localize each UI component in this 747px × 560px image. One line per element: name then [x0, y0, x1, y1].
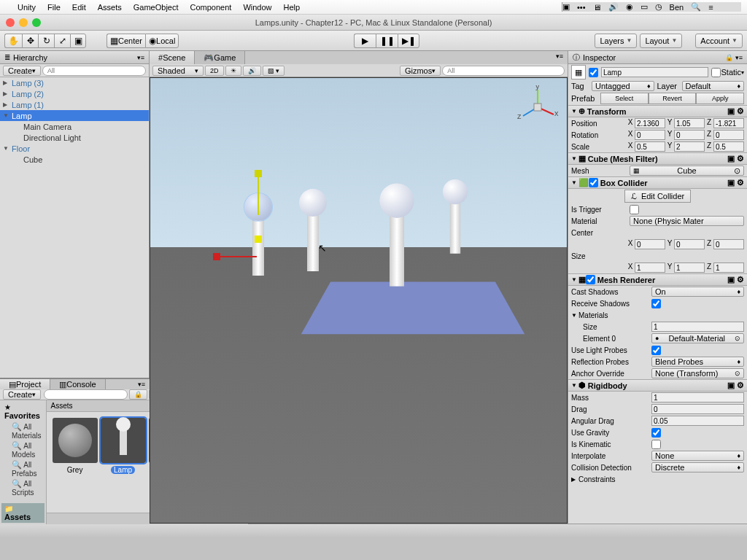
renderer-enabled[interactable] [586, 275, 595, 284]
inspector-tab[interactable]: ⓘInspector🔒 ▾≡ [568, 51, 747, 64]
center-x[interactable] [635, 239, 665, 249]
minimize-button[interactable] [19, 18, 28, 27]
panel-menu-icon[interactable]: ▾≡ [133, 379, 150, 389]
prefab-revert[interactable]: Revert [649, 93, 697, 104]
lamp-selected[interactable] [252, 214, 264, 276]
menu-window[interactable]: Window [243, 3, 271, 12]
size-y[interactable] [674, 262, 705, 273]
prefab-apply[interactable]: Apply [696, 93, 744, 104]
boxcollider-header[interactable]: ▼🟩 Box Collider▣ ⚙ [568, 176, 747, 189]
audio-toggle[interactable]: 🔊 [243, 66, 261, 76]
mat-size[interactable] [651, 322, 744, 332]
gear-icon[interactable]: ▣ ⚙ [727, 381, 744, 390]
hierarchy-tab[interactable]: ≣Hierarchy▾≡ [0, 51, 149, 64]
favorite-item[interactable]: 🔍 All Models [1, 440, 44, 459]
receive-shadows[interactable] [651, 299, 661, 308]
size-x[interactable] [635, 262, 665, 273]
is-kinematic[interactable] [651, 440, 661, 449]
is-trigger[interactable] [630, 205, 639, 214]
pivot-toggle[interactable]: ▦ Center [107, 34, 145, 48]
clock-icon[interactable]: ◷ [655, 2, 662, 12]
dots-icon[interactable]: ••• [577, 3, 586, 12]
mass-field[interactable] [651, 392, 744, 402]
hierarchy-item[interactable]: ▶Lamp (3) [0, 77, 149, 88]
cast-shadows[interactable]: On♦ [651, 287, 744, 297]
rotate-tool[interactable]: ↻ [38, 34, 54, 48]
project-create[interactable]: Create ▾ [3, 389, 41, 400]
layer-dropdown[interactable]: Default♦ [682, 81, 745, 91]
center-y[interactable] [674, 239, 705, 249]
favorites-header[interactable]: ★ Favorites [1, 402, 44, 421]
gear-icon[interactable]: ▣ ⚙ [727, 275, 744, 284]
scene-search[interactable] [442, 66, 565, 76]
hierarchy-create[interactable]: Create ▾ [3, 66, 41, 76]
hierarchy-item[interactable]: Directional Light [0, 132, 149, 143]
refl-probes[interactable]: Blend Probes♦ [651, 357, 744, 367]
hierarchy-item[interactable]: ▼Floor [0, 143, 149, 154]
hierarchy-item[interactable]: Main Camera [0, 121, 149, 132]
transform-header[interactable]: ▼⊕ Transform▣ ⚙ [568, 105, 747, 117]
project-tab[interactable]: ▤ Project [0, 379, 50, 389]
display-icon[interactable]: 🖥 [593, 3, 601, 12]
layers-dropdown[interactable]: Layers▼ [595, 34, 637, 48]
interpolate-dropdown[interactable]: None♦ [651, 451, 744, 461]
prefab-select[interactable]: Select [600, 93, 649, 104]
angular-drag-field[interactable] [651, 416, 744, 426]
favorite-item[interactable]: 🔍 All Prefabs [1, 459, 44, 478]
help-icon[interactable]: ▣ ⚙ [727, 106, 744, 116]
hierarchy-item[interactable]: ▶Lamp (1) [0, 99, 149, 110]
close-button[interactable] [6, 18, 15, 27]
lamp-2[interactable] [307, 209, 319, 271]
menu-file[interactable]: File [47, 3, 61, 12]
hierarchy-item[interactable]: Cube [0, 154, 149, 165]
favorite-item[interactable]: 🔍 All Materials [1, 421, 44, 440]
rot-x[interactable] [635, 130, 665, 140]
meshrenderer-header[interactable]: ▼▦ Mesh Renderer▣ ⚙ [568, 273, 747, 286]
layout-dropdown[interactable]: Layout▼ [640, 34, 682, 48]
scale-x[interactable] [635, 141, 665, 152]
lamp-3[interactable] [390, 209, 404, 286]
pos-x[interactable] [635, 118, 665, 128]
play-button[interactable]: ▶ [354, 34, 376, 48]
menu-icon[interactable]: ≡ [708, 3, 713, 12]
light-toggle[interactable]: ☀ [225, 66, 241, 76]
collider-enabled[interactable] [589, 178, 598, 187]
console-tab[interactable]: ▥ Console [50, 379, 105, 389]
object-name-field[interactable] [601, 67, 708, 77]
meshfilter-header[interactable]: ▼▦ Cube (Mesh Filter)▣ ⚙ [568, 152, 747, 165]
size-z[interactable] [713, 262, 744, 273]
active-checkbox[interactable] [589, 68, 598, 77]
mesh-field[interactable]: ▦ Cube⊙ [630, 166, 744, 176]
battery-icon[interactable]: ▭ [640, 2, 648, 12]
scale-y[interactable] [674, 141, 705, 152]
rigidbody-header[interactable]: ▼⬢ Rigidbody▣ ⚙ [568, 379, 747, 392]
menu-help[interactable]: Help [284, 3, 301, 12]
drag-field[interactable] [651, 404, 744, 414]
rot-y[interactable] [674, 130, 705, 140]
asset-item[interactable]: Lamp [101, 418, 146, 474]
hierarchy-item[interactable]: ▼Lamp [0, 110, 149, 121]
mat-elem0[interactable]: ●Default-Material⊙ [651, 333, 744, 343]
menu-assets[interactable]: Assets [98, 3, 122, 12]
project-search[interactable] [44, 389, 128, 400]
move-tool[interactable]: ✥ [22, 34, 38, 48]
panel-menu-icon[interactable]: ▾≡ [137, 54, 144, 61]
menu-gameobject[interactable]: GameObject [133, 3, 179, 12]
menu-edit[interactable]: Edit [72, 3, 86, 12]
scene-view[interactable]: y x z ↖ [150, 77, 568, 524]
account-dropdown[interactable]: Account▼ [695, 34, 743, 48]
filter-icon[interactable]: 🔒 [129, 389, 147, 400]
2d-toggle[interactable]: 2D [205, 66, 224, 76]
pos-z[interactable] [713, 118, 744, 128]
light-probes[interactable] [651, 346, 661, 355]
step-button[interactable]: ▶❚ [398, 34, 419, 48]
favorite-item[interactable]: 🔍 All Scripts [1, 478, 44, 497]
space-toggle[interactable]: ◉ Local [145, 34, 179, 48]
use-gravity[interactable] [651, 428, 661, 438]
static-checkbox[interactable] [711, 68, 721, 77]
assets-folder[interactable]: 📁 Assets [1, 503, 44, 523]
fx-toggle[interactable]: ▧ ▾ [263, 66, 285, 76]
anchor-override[interactable]: None (Transform)⊙ [651, 368, 744, 378]
spotlight-icon[interactable]: 🔍 [691, 2, 701, 12]
lamp-4[interactable] [450, 198, 460, 254]
